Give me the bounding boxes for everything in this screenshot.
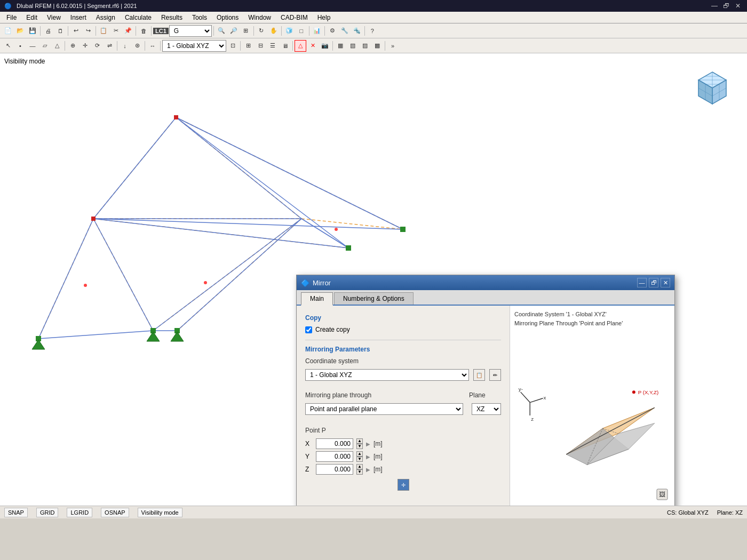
menu-help[interactable]: Help [313,13,335,22]
load-btn[interactable]: ↓ [119,40,131,52]
menu-results[interactable]: Results [157,13,187,22]
create-copy-checkbox[interactable] [305,326,312,333]
menu-file[interactable]: File [2,13,21,22]
osnap-status[interactable]: OSNAP [101,508,129,517]
toolbar-row1: 📄 📂 💾 🖨 🗒 ↩ ↪ 📋 ✂ 📌 🗑 LC1 G 🔍 🔎 ⊞ ↻ ✋ 🧊 … [0,23,747,38]
app-icon: 🔵 [4,3,12,9]
move-btn[interactable]: ✛ [79,40,91,52]
svg-line-15 [521,392,530,402]
dialog-minimize-btn[interactable]: — [637,278,647,287]
plane-select[interactable]: XY XZ YZ [472,403,501,415]
grid-btn[interactable]: ⊟ [255,40,266,52]
x-input[interactable]: 0.000 [316,438,353,449]
new-btn[interactable]: 📄 [2,25,14,37]
zoom-in-btn[interactable]: 🔍 [216,25,227,37]
grid-status[interactable]: GRID [36,508,59,517]
node-btn[interactable]: • [14,40,26,52]
dialog-icon: 🔷 [301,279,309,287]
save-btn[interactable]: 💾 [27,25,38,37]
pan-btn[interactable]: ✋ [268,25,280,37]
open-btn[interactable]: 📂 [14,25,26,37]
lgrid-status[interactable]: LGRID [67,508,92,517]
view-filter-btn[interactable]: ☰ [267,40,279,52]
cube-navigator[interactable] [688,64,736,112]
y-spin-up[interactable]: ▲ [356,451,363,457]
print-preview-btn[interactable]: 🗒 [54,25,66,37]
x-spin-up[interactable]: ▲ [356,438,363,444]
coord-system-select[interactable]: 1 - Global XYZ [162,40,226,52]
dimension-btn[interactable]: ↔ [147,40,158,52]
menu-assign[interactable]: Assign [92,13,120,22]
menu-calculate[interactable]: Calculate [121,13,156,22]
tab-numbering-options[interactable]: Numbering & Options [334,292,414,305]
support-btn[interactable]: △ [51,40,63,52]
y-input[interactable]: 0.000 [316,451,353,462]
copy-btn[interactable]: 📋 [98,25,109,37]
settings3-btn[interactable]: 🔩 [351,25,363,37]
filter3-btn[interactable]: ▨ [359,40,371,52]
menu-view[interactable]: View [43,13,65,22]
result-btn[interactable]: 📊 [311,25,323,37]
settings1-btn[interactable]: ⚙ [327,25,338,37]
surface-btn[interactable]: ▱ [39,40,51,52]
rotate-obj-btn[interactable]: ⟳ [91,40,103,52]
visibility-btn[interactable]: △ [295,40,306,52]
menu-cad-bim[interactable]: CAD-BIM [276,13,312,22]
y-spin-down[interactable]: ▼ [356,457,363,462]
dialog-maximize-btn[interactable]: 🗗 [649,278,658,287]
cut-btn[interactable]: ✂ [110,25,122,37]
menu-edit[interactable]: Edit [22,13,42,22]
maximize-btn[interactable]: 🗗 [721,1,731,11]
help-btn[interactable]: ? [367,25,378,37]
tab-main[interactable]: Main [301,292,333,306]
redo-btn[interactable]: ↪ [82,25,94,37]
filter1-btn[interactable]: ▦ [335,40,346,52]
settings2-btn[interactable]: 🔧 [339,25,351,37]
close-btn[interactable]: ✕ [733,1,743,11]
menu-window[interactable]: Window [244,13,275,22]
load-case-select[interactable]: G [169,25,212,37]
visibility-cam-btn[interactable]: 📷 [319,40,331,52]
app-title: 🔵 Dlubal RFEM | 6.02.0015 | Segment.rf6 … [4,3,137,10]
x-spin-down[interactable]: ▼ [356,444,363,449]
plane-field-label: Plane [469,391,501,399]
mirror-btn[interactable]: ⇌ [104,40,115,52]
render-btn[interactable]: 🧊 [283,25,295,37]
menu-tools[interactable]: Tools [188,13,211,22]
z-spin-up[interactable]: ▲ [356,464,363,469]
wireframe-btn[interactable]: □ [296,25,307,37]
zoom-out-btn[interactable]: 🔎 [228,25,240,37]
coord-system-dialog-select[interactable]: 1 - Global XYZ [305,369,469,381]
minimize-btn[interactable]: — [710,1,719,11]
copy-obj-btn[interactable]: ⊕ [67,40,78,52]
pick-point-btn[interactable]: ✛ [398,479,409,491]
dialog-close-btn[interactable]: ✕ [661,278,670,287]
snap-status[interactable]: SNAP [4,508,28,517]
display-btn[interactable]: 🖥 [279,40,291,52]
menu-insert[interactable]: Insert [66,13,91,22]
preview-settings-btn[interactable]: 🖼 [656,489,668,502]
point-p-section-label: Point P [305,427,501,434]
snap-toggle-btn[interactable]: ⊞ [242,40,254,52]
z-input[interactable]: 0.000 [316,464,353,475]
filter4-btn[interactable]: ▩ [371,40,383,52]
point-load-btn[interactable]: ⊛ [131,40,143,52]
cs-settings-btn[interactable]: ⊡ [227,40,239,52]
rotate-btn[interactable]: ↻ [256,25,267,37]
member-btn[interactable]: — [27,40,38,52]
filter2-btn[interactable]: ▧ [347,40,359,52]
more-btn[interactable]: » [387,40,399,52]
select-btn[interactable]: ↖ [2,40,14,52]
coord-edit-btn[interactable]: ✏ [489,369,501,381]
paste-btn[interactable]: 📌 [122,25,134,37]
coord-new-btn[interactable]: 📋 [473,369,485,381]
print-btn[interactable]: 🖨 [42,25,54,37]
visibility-mode-status[interactable]: Visibility mode [138,508,182,517]
undo-btn[interactable]: ↩ [70,25,82,37]
delete-btn[interactable]: 🗑 [138,25,149,37]
visibility-x-btn[interactable]: ✕ [307,40,319,52]
zoom-fit-btn[interactable]: ⊞ [240,25,252,37]
mirror-plane-select[interactable]: Point and parallel plane [305,403,463,415]
z-spin-down[interactable]: ▼ [356,469,363,475]
menu-options[interactable]: Options [212,13,243,22]
